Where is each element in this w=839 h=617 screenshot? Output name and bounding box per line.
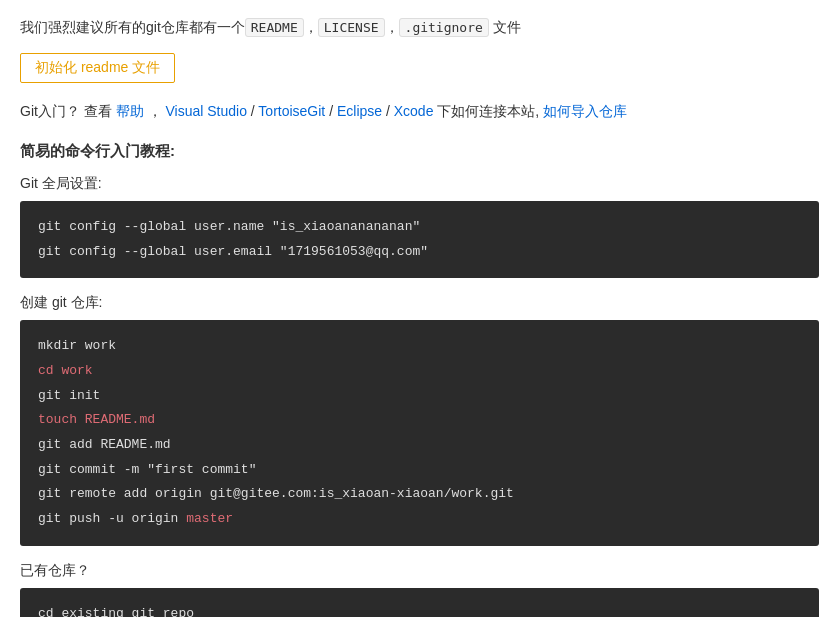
vs-link[interactable]: Visual Studio <box>165 103 246 119</box>
init-readme-button[interactable]: 初始化 readme 文件 <box>20 53 175 83</box>
import-repo-link[interactable]: 如何导入仓库 <box>543 103 627 119</box>
code-line-cd: cd work <box>38 363 93 378</box>
code-line-remote: git remote add origin git@gitee.com:is_x… <box>38 486 514 501</box>
git-intro-prefix: Git入门？ 查看 <box>20 103 116 119</box>
intro-sep4: / <box>386 103 394 119</box>
code-line-mkdir: mkdir work <box>38 338 116 353</box>
notice-suffix: 文件 <box>489 19 521 35</box>
help-link[interactable]: 帮助 <box>116 103 144 119</box>
license-badge: LICENSE <box>318 18 385 37</box>
readme-badge: README <box>245 18 304 37</box>
code-line-commit: git commit -m "first commit" <box>38 462 256 477</box>
eclipse-link[interactable]: Eclipse <box>337 103 382 119</box>
code-line-touch: touch README.md <box>38 412 155 427</box>
xcode-link[interactable]: Xcode <box>394 103 434 119</box>
global-config-code: git config --global user.name "is_xiaoan… <box>20 201 819 278</box>
existing-repo-label: 已有仓库？ <box>20 562 819 580</box>
comma1: ， <box>304 19 318 35</box>
comma2: ， <box>385 19 399 35</box>
git-intro-line: Git入门？ 查看 帮助 ， Visual Studio / TortoiseG… <box>20 99 819 124</box>
gitignore-badge: .gitignore <box>399 18 489 37</box>
tutorial-title: 简易的命令行入门教程: <box>20 142 819 161</box>
create-repo-code: mkdir work cd work git init touch README… <box>20 320 819 546</box>
existing-line-cd: cd existing_git_repo <box>38 606 194 617</box>
code-line-add: git add README.md <box>38 437 171 452</box>
code-line-push: git push -u origin master <box>38 511 233 526</box>
intro-sep3: / <box>329 103 337 119</box>
intro-sep1: ， <box>148 103 162 119</box>
existing-repo-section: 已有仓库？ cd existing_git_repo git remote ad… <box>20 562 819 617</box>
global-config-label: Git 全局设置: <box>20 175 819 193</box>
code-line-init: git init <box>38 388 100 403</box>
create-repo-label: 创建 git 仓库: <box>20 294 819 312</box>
top-notice: 我们强烈建议所有的git仓库都有一个README，LICENSE，.gitign… <box>20 16 819 39</box>
existing-repo-code: cd existing_git_repo git remote add orig… <box>20 588 819 617</box>
intro-middle: 下如何连接本站, <box>437 103 539 119</box>
tortoise-link[interactable]: TortoiseGit <box>258 103 325 119</box>
notice-text: 我们强烈建议所有的git仓库都有一个 <box>20 19 245 35</box>
